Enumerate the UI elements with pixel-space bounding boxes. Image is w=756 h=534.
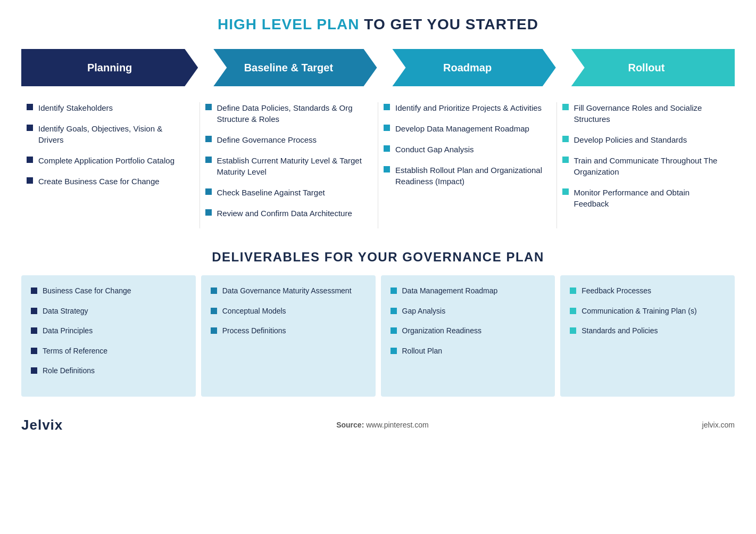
- content-baseline: Define Data Policies, Standards & Org St…: [200, 102, 379, 228]
- bullet-text: Create Business Case for Change: [38, 176, 160, 187]
- svg-rect-29: [570, 287, 576, 294]
- bullet-icon: [384, 104, 390, 110]
- bullet-item: Data Strategy: [31, 306, 186, 317]
- bullet-icon: [570, 327, 576, 334]
- bullet-item: Rollout Plan: [391, 346, 546, 357]
- arrow-row: Planning Baseline & Target Roadmap Rollo…: [21, 49, 735, 86]
- arrow-baseline: Baseline & Target: [200, 49, 377, 86]
- arrow-roadmap: Roadmap: [379, 49, 556, 86]
- bullet-icon: [31, 327, 37, 334]
- bullet-item: Monitor Performance and Obtain Feedback: [562, 187, 725, 209]
- bullet-text: Identify Stakeholders: [38, 102, 113, 113]
- bullet-icon: [391, 327, 397, 334]
- bullet-icon: [562, 188, 569, 195]
- bullet-item: Train and Communicate Throughout The Org…: [562, 155, 725, 177]
- deliverables-title: DELIVERABLES FOR YOUR GOVERNANCE PLAN: [21, 250, 735, 265]
- bullet-item: Role Definitions: [31, 366, 186, 376]
- bullet-text: Terms of Reference: [43, 346, 107, 357]
- bullet-icon: [391, 287, 397, 294]
- bullet-text: Establish Rollout Plan and Organizationa…: [395, 165, 546, 187]
- bullet-icon: [205, 104, 212, 110]
- arrow-rollout-label: Rollout: [628, 62, 664, 74]
- bullet-text: Organization Readiness: [402, 326, 481, 336]
- content-roadmap: Identify and Prioritize Projects & Activ…: [378, 102, 557, 228]
- bullet-text: Data Principles: [43, 326, 93, 336]
- bullet-item: Complete Application Portfolio Catalog: [27, 155, 189, 166]
- bullet-item: Process Definitions: [211, 326, 366, 336]
- bullet-text: Check Baseline Against Target: [217, 187, 325, 198]
- bullet-text: Complete Application Portfolio Catalog: [38, 155, 175, 166]
- bullet-item: Business Case for Change: [31, 286, 186, 297]
- bullet-text: Define Governance Process: [217, 134, 317, 145]
- arrow-baseline-label: Baseline & Target: [244, 62, 333, 74]
- source-url: www.pinterest.com: [366, 421, 428, 429]
- svg-rect-10: [384, 125, 390, 131]
- svg-rect-3: [27, 177, 33, 184]
- svg-rect-12: [384, 166, 390, 172]
- svg-rect-28: [391, 348, 397, 354]
- bullet-icon: [27, 104, 33, 110]
- bullet-icon: [27, 125, 33, 131]
- svg-rect-20: [31, 348, 37, 354]
- bullet-icon: [384, 125, 390, 131]
- deliverables-row: Business Case for ChangeData StrategyDat…: [21, 275, 735, 397]
- bullet-item: Develop Data Management Roadmap: [384, 123, 546, 134]
- footer-brand: Jelvix: [21, 417, 63, 433]
- bullet-icon: [205, 136, 212, 142]
- svg-rect-4: [205, 104, 212, 110]
- bullet-text: Data Management Roadmap: [402, 286, 498, 297]
- svg-rect-11: [384, 145, 390, 152]
- svg-rect-16: [562, 188, 569, 195]
- bullet-icon: [205, 209, 212, 216]
- bullet-text: Standards and Policies: [581, 326, 658, 336]
- svg-rect-15: [562, 157, 569, 163]
- bullet-text: Train and Communicate Throughout The Org…: [574, 155, 725, 177]
- bullet-icon: [391, 308, 397, 314]
- svg-rect-0: [27, 104, 33, 110]
- arrow-rollout: Rollout: [558, 49, 735, 86]
- bullet-text: Feedback Processes: [581, 286, 651, 297]
- deliverable-box-roadmap: Data Management RoadmapGap AnalysisOrgan…: [381, 275, 555, 397]
- bullet-item: Develop Policies and Standards: [562, 134, 725, 145]
- bullet-item: Conduct Gap Analysis: [384, 144, 546, 155]
- svg-rect-6: [205, 157, 212, 163]
- deliverable-box-planning: Business Case for ChangeData StrategyDat…: [21, 275, 196, 397]
- source-label: Source:: [336, 421, 364, 429]
- svg-rect-7: [205, 188, 212, 195]
- bullet-icon: [31, 367, 37, 374]
- svg-rect-26: [391, 308, 397, 314]
- bullet-icon: [31, 287, 37, 294]
- bullet-icon: [562, 104, 569, 110]
- brand-bold: vix: [42, 417, 63, 433]
- bullet-item: Establish Rollout Plan and Organizationa…: [384, 165, 546, 187]
- svg-rect-2: [27, 157, 33, 163]
- bullet-item: Feedback Processes: [570, 286, 725, 297]
- bullet-text: Define Data Policies, Standards & Org St…: [217, 102, 368, 125]
- bullet-icon: [570, 308, 576, 314]
- svg-rect-31: [570, 327, 576, 334]
- svg-rect-27: [391, 327, 397, 334]
- bullet-item: Define Governance Process: [205, 134, 368, 145]
- arrow-planning: Planning: [21, 49, 198, 86]
- svg-rect-9: [384, 104, 390, 110]
- bullet-item: Fill Governance Roles and Socialize Stru…: [562, 102, 725, 125]
- bullet-text: Develop Policies and Standards: [574, 134, 687, 145]
- deliverable-box-rollout: Feedback ProcessesCommunication & Traini…: [560, 275, 735, 397]
- brand-light: Jel: [21, 417, 42, 433]
- footer-source: Source: www.pinterest.com: [336, 421, 429, 429]
- bullet-text: Develop Data Management Roadmap: [395, 123, 529, 134]
- bullet-text: Conduct Gap Analysis: [395, 144, 474, 155]
- bullet-text: Conceptual Models: [222, 306, 286, 317]
- bullet-icon: [384, 166, 390, 172]
- bullet-icon: [205, 157, 212, 163]
- bullet-item: Identify and Prioritize Projects & Activ…: [384, 102, 546, 113]
- bullet-icon: [31, 348, 37, 354]
- bullet-icon: [211, 287, 217, 294]
- bullet-icon: [570, 287, 576, 294]
- svg-rect-30: [570, 308, 576, 314]
- deliverable-box-baseline: Data Governance Maturity AssessmentConce…: [201, 275, 376, 397]
- arrow-planning-label: Planning: [87, 62, 132, 74]
- bullet-item: Identify Goals, Objectives, Vision & Dri…: [27, 123, 189, 145]
- footer: Jelvix Source: www.pinterest.com jelvix.…: [21, 412, 735, 433]
- bullet-text: Role Definitions: [43, 366, 95, 376]
